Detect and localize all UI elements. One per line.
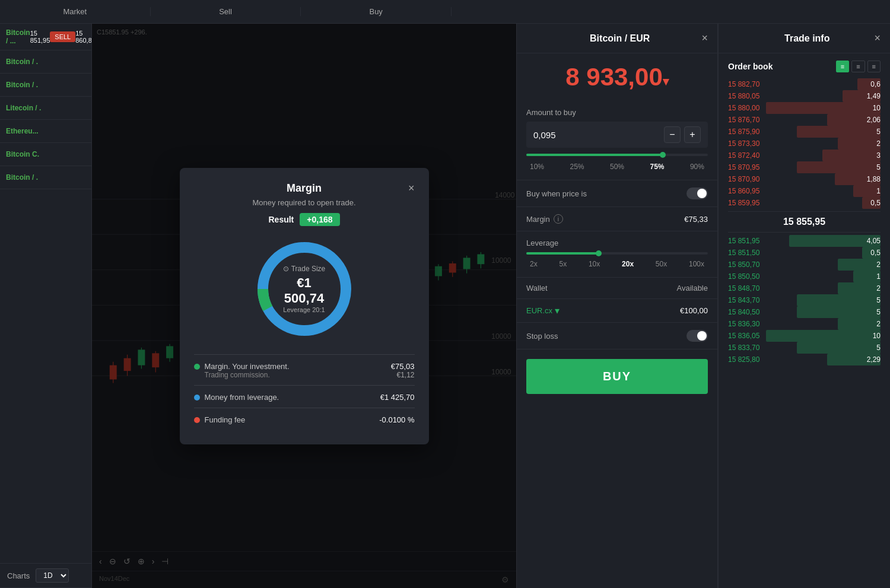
chart-date-nov: Nov [99, 575, 111, 584]
modal-result-label: Result [268, 215, 294, 224]
margin-modal: Margin × Money required to open trade. R… [180, 168, 429, 444]
amount-minus-btn[interactable]: − [664, 126, 681, 143]
chart-settings-icon[interactable]: ⚙ [501, 575, 509, 584]
market-item-bitcoin3[interactable]: Bitcoin / . [0, 74, 91, 97]
donut-wrapper: ⊙ Trade Size €1 500,74 Leverage 20:1 [251, 236, 358, 342]
market-item-litecoin-name: Litecoin / . [6, 104, 41, 112]
chart-dates: Nov 14 Dec ⚙ [92, 571, 516, 588]
lev-100x[interactable]: 100x [685, 258, 708, 270]
percentage-row: 10% 25% 50% 75% 90% [526, 161, 708, 173]
pct-50[interactable]: 50% [606, 161, 628, 173]
buy-orders-list: 15 851,95 4,05 15 851,50 0,5 15 850,70 2… [728, 235, 881, 365]
market-item-bitcoin-cash-name: Bitcoin C. [6, 150, 39, 158]
amount-plus-btn[interactable]: + [684, 126, 701, 143]
lev-20x[interactable]: 20x [618, 258, 637, 270]
funding-fee-value: -0.0100 % [379, 415, 414, 424]
buy-when-toggle[interactable] [686, 187, 708, 199]
order-sell-11: 15 859,95 0,5 [728, 197, 881, 209]
order-sell-4: 15 876,70 2,06 [728, 114, 881, 126]
view-btn-1[interactable]: ≡ [836, 61, 849, 72]
market-item-ethereum-name: Ethereu... [6, 127, 39, 135]
buy-button[interactable]: BUY [526, 359, 708, 394]
pct-90[interactable]: 90% [686, 161, 708, 173]
pct-slider-thumb[interactable] [660, 152, 666, 158]
price-indicator: ▾ [663, 75, 669, 88]
chart-nav: ‹ ⊖ ↺ ⊕ › ⊣ [92, 551, 516, 571]
featured-sell-btn[interactable]: SELL [50, 31, 75, 42]
detail-row-margin: Margin. Your investment. Trading commiss… [194, 362, 415, 386]
buy-bar-10 [797, 342, 881, 354]
detail-left-margin: Margin. Your investment. Trading commiss… [194, 362, 290, 379]
chart-nav-prev[interactable]: ‹ [99, 557, 102, 566]
sell-bar-3 [766, 102, 881, 114]
view-btn-3[interactable]: ≡ [867, 61, 881, 72]
header-bar: Market Sell Buy [0, 0, 890, 24]
pct-bar-fill [526, 154, 663, 156]
lev-5x[interactable]: 5x [555, 258, 570, 270]
trade-price: 8 933,00▾ [517, 53, 717, 101]
detail-label-funding: Funding fee [205, 415, 246, 424]
buy-bar-7 [797, 306, 881, 318]
trade-info-close-btn[interactable]: × [874, 32, 881, 45]
market-item-bitcoin3-name: Bitcoin / . [6, 81, 38, 89]
leverage-money-value: €1 425,70 [380, 393, 415, 402]
pct-bar-track [526, 154, 708, 156]
view-btn-2[interactable]: ≡ [851, 61, 864, 72]
leverage-row: Leverage 2x 5x 10x 20x 50x 100x [517, 231, 717, 278]
dot-green [194, 364, 200, 370]
lev-2x[interactable]: 2x [526, 258, 541, 270]
stop-loss-label: Stop loss [526, 332, 558, 341]
market-item-ethereum[interactable]: Ethereu... [0, 120, 91, 143]
market-item-bitcoin4[interactable]: Bitcoin / . [0, 166, 91, 189]
amount-buttons: − + [664, 126, 701, 143]
pct-10[interactable]: 10% [526, 161, 548, 173]
chart-nav-next[interactable]: › [152, 557, 155, 566]
chart-nav-end[interactable]: ⊣ [161, 557, 169, 566]
order-book-title: Order book [728, 62, 773, 71]
lev-50x[interactable]: 50x [652, 258, 670, 270]
charts-label: Charts [7, 571, 30, 580]
modal-close-btn[interactable]: × [408, 182, 415, 195]
market-item-bitcoin2[interactable]: Bitcoin / . [0, 50, 91, 74]
amount-row: 0,095 − + [526, 122, 708, 148]
chart-zoom-in[interactable]: ⊕ [138, 557, 145, 566]
svg-text:10000: 10000 [491, 368, 511, 376]
market-item-litecoin[interactable]: Litecoin / . [0, 97, 91, 120]
modal-result-badge: +0,168 [300, 213, 339, 226]
detail-right-leverage: €1 425,70 [380, 393, 415, 402]
market-item-bitcoin-cash[interactable]: Bitcoin C. [0, 143, 91, 166]
modal-header: Margin × [194, 182, 415, 195]
margin-value-display: €75,33 [684, 215, 708, 224]
buy-bar-8 [838, 318, 881, 330]
order-buy-10: 15 833,70 5 [728, 342, 881, 354]
margin-info-icon[interactable]: i [554, 214, 563, 224]
svg-rect-12 [124, 358, 131, 371]
view-buttons: ≡ ≡ ≡ [836, 61, 881, 72]
pct-25[interactable]: 25% [566, 161, 587, 173]
svg-rect-62 [477, 254, 484, 264]
order-book-section: Order book ≡ ≡ ≡ 15 882,70 0,6 15 880,05… [719, 53, 890, 373]
amount-value: 0,095 [533, 130, 556, 140]
featured-market-item[interactable]: Bitcoin / ... 15 851,95 SELL 15 860,80 B… [0, 24, 91, 50]
order-sell-3: 15 880,00 10 [728, 102, 881, 114]
charts-timeframe-select[interactable]: 1D 1H 4H 1W [36, 568, 69, 583]
buy-when-row: Buy when price is [517, 180, 717, 207]
svg-text:14000: 14000 [495, 191, 514, 199]
stop-loss-toggle[interactable] [686, 330, 708, 342]
order-buy-9: 15 836,05 10 [728, 330, 881, 342]
featured-buy-price: 15 860,80 [75, 30, 92, 44]
lev-10x[interactable]: 10x [585, 258, 603, 270]
chart-zoom-out[interactable]: ⊖ [109, 557, 116, 566]
trade-panel-close-btn[interactable]: × [701, 32, 708, 45]
wallet-select[interactable]: EUR.cx ▾ [526, 305, 560, 316]
leverage-slider-thumb[interactable] [596, 250, 602, 256]
chart-refresh[interactable]: ↺ [123, 557, 131, 566]
pct-75[interactable]: 75% [646, 161, 668, 173]
trade-info-title: Trade info [784, 33, 829, 44]
leverage-bar-fill [526, 252, 599, 255]
order-sell-5: 15 875,90 5 [728, 126, 881, 138]
modal-result-row: Result +0,168 [194, 213, 415, 226]
modal-subtitle: Money required to open trade. [194, 198, 415, 207]
leverage-options: 2x 5x 10x 20x 50x 100x [526, 258, 708, 270]
trade-info-panel: Trade info × Order book ≡ ≡ ≡ 15 882,70 … [718, 24, 890, 588]
